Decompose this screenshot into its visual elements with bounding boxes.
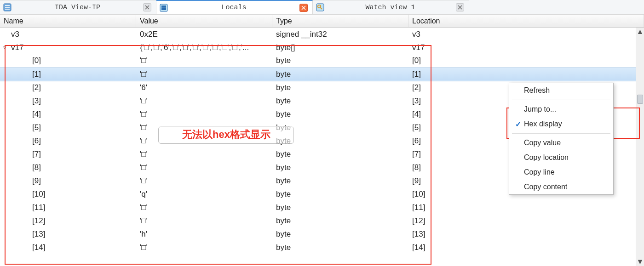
row-type: byte	[272, 174, 408, 187]
row-type: signed __int32	[272, 28, 408, 41]
header-type[interactable]: Type	[272, 15, 408, 27]
watch-icon	[316, 3, 325, 12]
context-menu-label: Copy content	[524, 183, 608, 191]
tab-label: Locals	[173, 4, 295, 11]
column-headers: Name Value Type Location	[0, 15, 644, 28]
check-icon: ✓	[512, 120, 524, 129]
row-value: '□'	[136, 94, 272, 108]
header-value[interactable]: Value	[136, 15, 272, 27]
row-value: '□'	[136, 241, 272, 254]
row-value: '□'	[136, 147, 272, 161]
row-type: byte	[272, 201, 408, 214]
row-location: [0]	[408, 54, 636, 68]
row-name: [11]	[9, 203, 45, 212]
svg-rect-8	[161, 7, 166, 9]
stack-icon	[159, 3, 168, 12]
row-value: 'q'	[136, 187, 272, 201]
row-type: byte	[272, 54, 408, 68]
tab-watch-view[interactable]: Watch view 1	[313, 0, 469, 14]
row-type: byte[]	[272, 41, 408, 54]
table-row[interactable]: [1]'□'byte[1]	[0, 68, 636, 81]
row-type: byte	[272, 108, 408, 121]
context-menu-label: Copy value	[524, 139, 608, 147]
table-row[interactable]: v30x2Esigned __int32v3	[0, 28, 636, 41]
row-name: v3	[9, 30, 19, 39]
row-value: '□'	[136, 68, 272, 81]
tab-label: Watch view 1	[329, 4, 451, 11]
context-menu-item[interactable]: Copy line	[509, 165, 613, 180]
row-name: [5]	[9, 123, 41, 132]
svg-rect-7	[161, 6, 166, 7]
close-icon[interactable]	[143, 3, 151, 11]
row-type: byte	[272, 227, 408, 241]
scroll-thumb[interactable]	[637, 95, 643, 104]
row-type: byte	[272, 68, 408, 81]
context-menu-label: Jump to...	[524, 105, 608, 113]
tab-locals[interactable]: Locals	[156, 0, 313, 14]
row-location: [14]	[408, 241, 636, 254]
vertical-scrollbar[interactable]: ▲ ▼	[636, 28, 644, 266]
tab-bar: IDA View-IP Locals Watch view 1	[0, 0, 644, 15]
row-location: [13]	[408, 227, 636, 241]
row-name: [13]	[9, 230, 45, 239]
context-menu-item[interactable]: Refresh	[509, 83, 613, 98]
context-menu-separator	[512, 100, 610, 100]
table-row[interactable]: [11]'□'byte[11]	[0, 201, 636, 214]
row-type: byte	[272, 121, 408, 134]
tab-label: IDA View-IP	[17, 4, 138, 11]
table-row[interactable]: ▿v17{'□','□','6','□','□','□','□','□','□'…	[0, 41, 636, 54]
row-location: [12]	[408, 214, 636, 227]
scroll-up-icon[interactable]: ▲	[636, 28, 644, 36]
context-menu-item[interactable]: Jump to...	[509, 102, 613, 117]
row-value: '□'	[136, 214, 272, 227]
close-icon[interactable]	[456, 3, 464, 11]
row-value: {'□','□','6','□','□','□','□','□','□','□'…	[136, 41, 272, 54]
row-location: [11]	[408, 201, 636, 214]
context-menu-item[interactable]: Copy location	[509, 150, 613, 165]
header-location[interactable]: Location	[408, 15, 644, 27]
row-location: v3	[408, 28, 636, 41]
row-value: '□'	[136, 161, 272, 174]
table-row[interactable]: [14]'□'byte[14]	[0, 241, 636, 254]
row-type: byte	[272, 94, 408, 108]
row-name: [0]	[9, 56, 41, 65]
table-row[interactable]: [13]'h'byte[13]	[0, 227, 636, 241]
row-location: v17	[408, 41, 636, 54]
row-name: [6]	[9, 136, 41, 146]
close-icon[interactable]	[299, 4, 308, 12]
row-type: byte	[272, 241, 408, 254]
context-menu: RefreshJump to...✓Hex displayCopy valueC…	[509, 83, 614, 195]
row-value: 0x2E	[136, 28, 272, 41]
svg-rect-9	[161, 9, 166, 10]
row-value: '□'	[136, 174, 272, 187]
context-menu-item[interactable]: ✓Hex display	[509, 117, 613, 131]
row-name: [10]	[9, 190, 45, 199]
row-name: [8]	[9, 163, 41, 172]
row-value: '6'	[136, 81, 272, 94]
context-menu-item[interactable]: Copy value	[509, 136, 613, 150]
row-location: [1]	[408, 68, 636, 81]
scroll-track[interactable]	[636, 36, 644, 258]
row-type: byte	[272, 147, 408, 161]
header-name[interactable]: Name	[0, 15, 136, 27]
row-name: [14]	[9, 243, 45, 252]
row-type: byte	[272, 214, 408, 227]
list-icon	[3, 3, 12, 12]
scroll-down-icon[interactable]: ▼	[636, 258, 644, 266]
table-row[interactable]: [12]'□'byte[12]	[0, 214, 636, 227]
row-value: '□'	[136, 121, 272, 134]
context-menu-label: Refresh	[524, 86, 608, 95]
row-type: byte	[272, 161, 408, 174]
row-name: [4]	[9, 110, 41, 119]
row-name: [2]	[9, 83, 41, 92]
row-name: [9]	[9, 176, 41, 186]
row-type: byte	[272, 81, 408, 94]
table-row[interactable]: [0]'□'byte[0]	[0, 54, 636, 68]
row-type: byte	[272, 187, 408, 201]
expand-toggle-icon[interactable]: ▿	[0, 44, 9, 51]
row-value: 'h'	[136, 227, 272, 241]
tab-ida-view[interactable]: IDA View-IP	[0, 0, 156, 14]
row-name: [12]	[9, 216, 45, 226]
context-menu-separator	[512, 133, 610, 134]
context-menu-item[interactable]: Copy content	[509, 180, 613, 194]
